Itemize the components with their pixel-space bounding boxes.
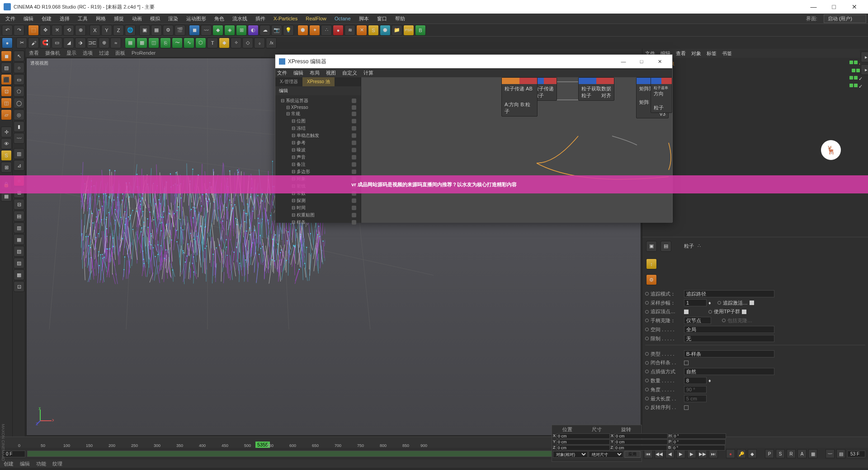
attr-icon-2[interactable]: ⚙ bbox=[646, 274, 657, 285]
menu-realflow[interactable]: RealFlow bbox=[302, 15, 330, 22]
light-tool[interactable]: 💡 bbox=[283, 25, 294, 36]
xp-tree-备注[interactable]: ⊟ 备注 bbox=[277, 161, 359, 168]
render-view[interactable]: ▣ bbox=[139, 25, 150, 36]
grid-9[interactable]: ⊡ bbox=[14, 281, 24, 292]
size-x[interactable] bbox=[614, 433, 668, 439]
spline-type-select[interactable] bbox=[684, 350, 774, 357]
dynamics-icon[interactable]: ● bbox=[333, 25, 344, 36]
node-particle-rate-2[interactable]: 粒子速率方向粒子 bbox=[651, 77, 672, 113]
redo-button[interactable]: ↷ bbox=[14, 25, 24, 36]
om-objects[interactable]: 对象 bbox=[691, 50, 701, 57]
octane-icon[interactable]: ⬣ bbox=[380, 25, 391, 36]
sample-step-input[interactable] bbox=[684, 299, 707, 306]
matrix-icon[interactable]: ▩ bbox=[137, 38, 147, 48]
count-input[interactable] bbox=[684, 377, 707, 384]
edge-mode[interactable]: ◫ bbox=[1, 98, 12, 108]
xp-tree-常规[interactable]: ⊟ 常规 bbox=[277, 110, 359, 118]
weld-tool[interactable]: ⊕ bbox=[99, 38, 109, 48]
xp-tree-XPresso[interactable]: ⊟ XPresso bbox=[277, 104, 359, 110]
xpresso-titlebar[interactable]: XPresso 编辑器 — □ ✕ bbox=[275, 55, 672, 68]
key-pla-button[interactable]: ▦ bbox=[808, 449, 817, 458]
xp-menu-calc[interactable]: 计算 bbox=[363, 70, 373, 76]
xp-minimize[interactable]: — bbox=[614, 59, 632, 64]
pos-z[interactable] bbox=[557, 445, 610, 451]
menu-animate[interactable]: 动画 bbox=[128, 14, 146, 23]
object-null[interactable]: L○ 空白▫ bbox=[644, 67, 866, 75]
brush-tool[interactable]: 🖌 bbox=[28, 38, 39, 48]
coord-system[interactable]: 🌐 bbox=[125, 25, 136, 36]
limit-select[interactable] bbox=[684, 335, 774, 342]
key-r-button[interactable]: R bbox=[787, 449, 796, 458]
menu-character[interactable]: 角色 bbox=[211, 14, 228, 23]
xp-close[interactable]: ✕ bbox=[651, 59, 669, 65]
fps-input[interactable] bbox=[847, 451, 865, 457]
rect-select[interactable]: ▭ bbox=[14, 74, 24, 85]
key-a-button[interactable]: A bbox=[797, 449, 807, 458]
side-icon-2[interactable]: ▸ bbox=[861, 64, 868, 75]
mograph-icon[interactable]: ⬢ bbox=[297, 25, 308, 36]
xp-menu-custom[interactable]: 自定义 bbox=[342, 70, 357, 76]
recent-tool[interactable]: ⊕ bbox=[75, 25, 86, 36]
minimize-button[interactable]: — bbox=[803, 0, 824, 14]
size-y[interactable] bbox=[614, 439, 668, 445]
menu-create[interactable]: 创建 bbox=[38, 14, 55, 23]
space-select[interactable] bbox=[684, 326, 774, 333]
cursor-tool[interactable]: ↖ bbox=[14, 51, 24, 61]
apply-button[interactable]: 应用 bbox=[624, 451, 641, 458]
dopesheet-button[interactable]: ▤ bbox=[836, 449, 845, 458]
grid-3[interactable]: ▤ bbox=[14, 211, 24, 221]
xp-tree-参考[interactable]: ⊟ 参考 bbox=[277, 139, 359, 146]
bridge-tool[interactable]: ⊐⊏ bbox=[87, 38, 98, 48]
xp-tree-噪波[interactable]: ⊟ 噪波 bbox=[277, 146, 359, 154]
grid-5[interactable]: ▦ bbox=[14, 234, 24, 245]
vp-filter[interactable]: 过滤 bbox=[99, 50, 109, 56]
effector-3[interactable]: ◇ bbox=[242, 38, 253, 48]
om-bookmarks[interactable]: 书签 bbox=[722, 50, 732, 57]
sphere-icon[interactable]: ● bbox=[2, 38, 13, 48]
prev-frame-button[interactable]: ◀ bbox=[665, 449, 675, 458]
stitch-tool[interactable]: ≈ bbox=[110, 38, 121, 48]
text-tool[interactable]: T bbox=[207, 38, 218, 48]
subdivision-tool[interactable]: ◈ bbox=[224, 25, 235, 36]
path-select[interactable]: 〰 bbox=[14, 133, 24, 144]
loop-select[interactable]: ◯ bbox=[14, 98, 24, 108]
undo-button[interactable]: ↶ bbox=[2, 25, 13, 36]
xp-edit-label[interactable]: 编辑 bbox=[275, 86, 361, 95]
use-tp-check[interactable]: ✓ bbox=[742, 310, 746, 314]
coord-mode[interactable]: 对象(相对) bbox=[553, 451, 588, 458]
grid-6[interactable]: ▧ bbox=[14, 246, 24, 257]
mat-edit[interactable]: 编辑 bbox=[20, 461, 30, 467]
rot-p[interactable] bbox=[672, 439, 726, 445]
attr-icon-1[interactable]: ↕ bbox=[646, 258, 657, 269]
move-tool[interactable]: ✥ bbox=[40, 25, 51, 36]
xp-tab-pool[interactable]: XPresso 池 bbox=[302, 77, 335, 86]
extrude-tool[interactable]: ⬗ bbox=[75, 38, 86, 48]
effector-icon[interactable]: ✦ bbox=[309, 25, 320, 36]
normal-mode[interactable]: ⊿ bbox=[14, 160, 24, 171]
lasso-tool[interactable]: ○ bbox=[14, 62, 24, 73]
pos-y[interactable] bbox=[557, 439, 610, 445]
xp-tab-manager[interactable]: X-管理器 bbox=[275, 77, 302, 86]
effector-1[interactable]: ◆ bbox=[219, 38, 230, 48]
record-button[interactable]: ● bbox=[726, 449, 735, 458]
attr-mode-1[interactable]: ▣ bbox=[646, 241, 657, 252]
xp-tree-探测[interactable]: ⊟ 探测 bbox=[277, 197, 359, 204]
menu-help[interactable]: 帮助 bbox=[392, 14, 409, 23]
poly-select[interactable]: ⬠ bbox=[14, 86, 24, 97]
xp-icon[interactable]: ✕ bbox=[356, 25, 367, 36]
prev-key-button[interactable]: ◀◀ bbox=[655, 449, 664, 458]
menu-simulate[interactable]: 模拟 bbox=[146, 14, 164, 23]
fx-tool[interactable]: .fx bbox=[266, 38, 277, 48]
track-activate-check[interactable]: ✓ bbox=[750, 301, 754, 305]
track-mode-select[interactable] bbox=[684, 290, 774, 297]
effector-4[interactable]: ⬨ bbox=[254, 38, 265, 48]
snap-toggle[interactable]: S bbox=[1, 150, 12, 161]
viewport-solo[interactable]: 👁 bbox=[1, 138, 12, 149]
mat-function[interactable]: 功能 bbox=[36, 461, 46, 467]
menu-pipeline[interactable]: 流水线 bbox=[229, 14, 251, 23]
rot-h[interactable] bbox=[673, 433, 726, 439]
environment-tool[interactable]: ☁ bbox=[259, 25, 270, 36]
xp-tree-位图[interactable]: ⊟ 位图 bbox=[277, 118, 359, 125]
pos-x[interactable] bbox=[557, 433, 610, 439]
object-shader[interactable]: ▦ 着色✓ bbox=[644, 75, 866, 83]
